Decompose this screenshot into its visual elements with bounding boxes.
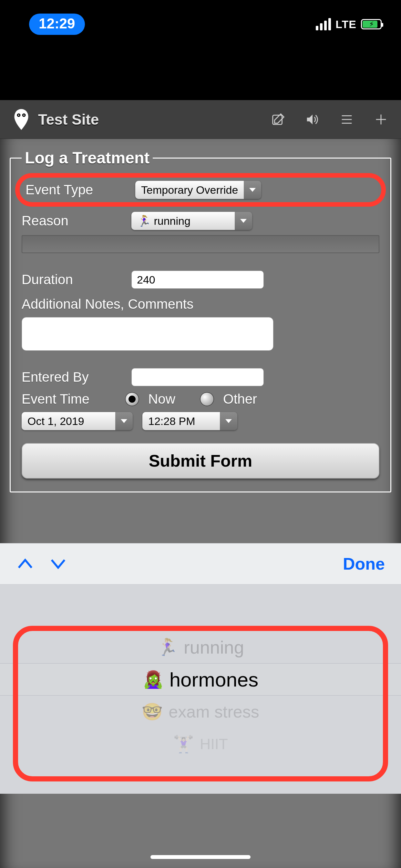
status-right: LTE ⚡︎ [316,18,382,31]
notes-input[interactable] [22,317,274,351]
picker-list: 🏃🏼‍♀️ running 🧟‍♀️ hormones 🤓 exam stres… [0,631,401,760]
duration-label: Duration [22,272,131,287]
menu-icon[interactable] [338,111,355,128]
svg-point-2 [18,114,19,116]
page-title: Test Site [38,111,270,128]
reason-label: Reason [22,213,131,228]
picker-item-label: exam stress [168,702,259,721]
event-type-value: Temporary Override [135,181,244,199]
duration-row: Duration [22,271,379,289]
radio-other-label: Other [223,392,257,407]
notes-label: Additional Notes, Comments [22,297,193,312]
entered-by-label: Entered By [22,369,131,385]
radio-now-label: Now [148,392,175,407]
reason-row: Reason 🏃🏼‍♀️ running [22,212,379,230]
picker-item[interactable]: 🤓 exam stress [0,695,401,728]
picker-item[interactable]: 🏃🏼‍♀️ running [0,631,401,663]
reason-value: 🏃🏼‍♀️ running [131,212,235,230]
picker-item-label: hormones [169,668,258,691]
treatment-form: Log a Treatment Event Type Temporary Ove… [10,149,391,492]
radio-other[interactable] [200,392,214,406]
form-legend: Log a Treatment [22,149,153,167]
picker-item-selected[interactable]: 🧟‍♀️ hormones [0,663,401,695]
event-time-row: Event Time Now Other [22,392,379,407]
notes-row [22,317,379,351]
app-header: Test Site [0,100,401,139]
status-bar: 12:29 LTE ⚡︎ [0,13,401,35]
event-type-select[interactable]: Temporary Override [135,181,261,199]
picker-accessory-bar: Done [0,543,401,585]
app-logo-icon [11,108,31,131]
event-type-row: Event Type Temporary Override [15,173,386,207]
picker-item-label: running [184,637,244,658]
signal-icon [316,18,331,30]
time-select[interactable]: 12:28 PM [143,412,237,430]
duration-input[interactable] [131,271,264,289]
picker-prev-icon[interactable] [16,555,34,573]
picker-item[interactable]: 🏋🏻‍♀️ HIIT [0,728,401,760]
reason-extra-row [22,235,379,253]
submit-button[interactable]: Submit Form [22,443,379,478]
picker-item-emoji: 🏃🏼‍♀️ [157,638,178,657]
date-value: Oct 1, 2019 [22,412,115,430]
radio-now[interactable] [125,392,139,406]
picker-item-label: HIIT [200,735,228,753]
chevron-down-icon [235,212,252,230]
plus-icon[interactable] [373,111,390,128]
picker-item-emoji: 🤓 [142,702,163,722]
date-select[interactable]: Oct 1, 2019 [22,412,133,430]
reason-select[interactable]: 🏃🏼‍♀️ running [131,212,252,230]
picker-wheel[interactable]: 🏃🏼‍♀️ running 🧟‍♀️ hormones 🤓 exam stres… [0,585,401,794]
speaker-icon[interactable] [304,111,321,128]
done-button[interactable]: Done [343,554,385,574]
chevron-down-icon [244,181,261,199]
chevron-down-icon [115,412,133,430]
network-label: LTE [335,18,357,31]
entered-by-row: Entered By [22,368,379,386]
event-time-label: Event Time [22,392,125,407]
chevron-down-icon [220,412,237,430]
notes-label-row: Additional Notes, Comments [22,297,379,312]
status-time: 12:29 [29,13,85,35]
svg-point-3 [23,114,25,116]
picker-next-icon[interactable] [49,555,67,573]
picker-item-emoji: 🧟‍♀️ [143,670,164,689]
time-value: 12:28 PM [143,412,220,430]
entered-by-input[interactable] [131,368,264,386]
battery-icon: ⚡︎ [361,19,382,29]
compose-icon[interactable] [270,111,287,128]
home-indicator [150,855,251,859]
reason-extra-input[interactable] [22,235,379,253]
picker-item-emoji: 🏋🏻‍♀️ [173,734,194,754]
datetime-row: Oct 1, 2019 12:28 PM [22,412,379,430]
event-type-label: Event Type [26,182,135,197]
